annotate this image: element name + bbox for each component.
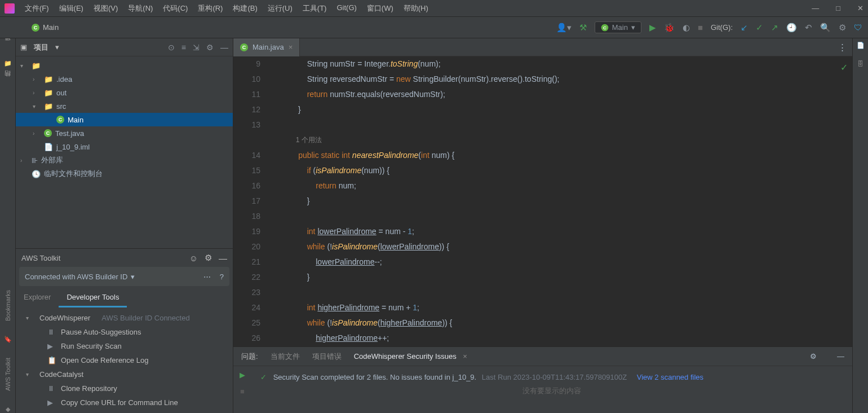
build-icon[interactable]: ⚒ [579, 23, 587, 33]
tree-item[interactable]: CMain [16, 113, 233, 126]
vcs-update-icon[interactable]: ↙ [741, 23, 748, 33]
project-panel-header: ▣ 项目 ▾ ⊙ ≡ ⇲ ⚙ — [16, 38, 233, 56]
gear-icon[interactable]: ⚙ [206, 43, 214, 52]
shield-icon[interactable]: 🛡 [854, 23, 862, 32]
aws-developer-tools-tree[interactable]: ▾CodeWhispererAWS Builder ID Connected⏸P… [16, 307, 233, 413]
tree-item[interactable]: ›📁.idea [16, 72, 233, 86]
debug-icon[interactable]: 🐞 [664, 23, 675, 33]
menu-item[interactable]: 编辑(E) [59, 3, 83, 14]
sidebar: ▣ 项目 ▾ ⊙ ≡ ⇲ ⚙ — ▾📁›📁.idea›📁out▾📁srcCMai… [16, 38, 233, 413]
gear-icon[interactable]: ⚙ [205, 253, 212, 263]
menu-item[interactable]: 导航(N) [128, 3, 153, 14]
aws-tab-explorer[interactable]: Explorer [16, 288, 59, 307]
close-icon[interactable]: × [463, 352, 467, 361]
stop-icon[interactable]: ■ [698, 23, 703, 32]
main-toolbar: C Main 👤▾ ⚒ C Main ▾ ▶ 🐞 ◐ ■ Git(G): ↙ ✓… [0, 17, 868, 38]
smiley-icon[interactable]: ☺ [189, 253, 198, 263]
aws-connection-select[interactable]: Connected with AWS Builder ID ▾ ⋯ ? [19, 267, 229, 286]
empty-state-text: 没有要显示的内容 [260, 386, 843, 396]
gear-icon[interactable]: ⚙ [810, 352, 817, 361]
search-icon[interactable]: 🔍 [820, 23, 831, 33]
aws-tabs: Explorer Developer Tools [16, 288, 233, 307]
class-icon: C [32, 24, 39, 32]
minimize-button[interactable]: — [812, 4, 819, 12]
menu-item[interactable]: 运行(U) [268, 3, 293, 14]
vcs-rollback-icon[interactable]: ↶ [805, 23, 812, 33]
close-button[interactable]: ✕ [857, 4, 863, 12]
menu-item[interactable]: 构建(B) [233, 3, 257, 14]
aws-tree-action[interactable]: ▶Copy Clone URL for Command Line [16, 396, 233, 410]
aws-tree-action[interactable]: ⏸Clone Repository [16, 381, 233, 396]
run-icon[interactable]: ▶ [649, 23, 656, 33]
menu-item[interactable]: 帮助(H) [404, 3, 428, 14]
project-tree[interactable]: ▾📁›📁.idea›📁out▾📁srcCMain›CTest.java📄j_10… [16, 56, 233, 248]
breadcrumb[interactable]: C Main [6, 23, 59, 32]
expand-icon[interactable]: ⇲ [193, 43, 200, 52]
user-icon[interactable]: 👤▾ [556, 23, 572, 33]
close-icon[interactable]: × [289, 43, 293, 51]
tree-item[interactable]: ▾📁src [16, 99, 233, 113]
hide-icon[interactable]: — [219, 253, 227, 263]
rail-project[interactable]: 项目 [2, 42, 13, 49]
left-tool-rail: 项目 📁 结构 Bookmarks 🔖 AWS Toolkit ◆ [0, 38, 16, 413]
tree-item[interactable]: ›⊪外部库 [16, 153, 233, 167]
vcs-history-icon[interactable]: 🕘 [786, 23, 797, 33]
stop-scan-icon[interactable]: ■ [240, 387, 245, 396]
vcs-commit-icon[interactable]: ✓ [756, 23, 763, 33]
aws-tree-group[interactable]: ▾CodeWhispererAWS Builder ID Connected [16, 311, 233, 325]
class-icon: C [601, 24, 608, 31]
app-icon [5, 3, 15, 14]
hide-icon[interactable]: — [837, 352, 844, 361]
maximize-button[interactable]: □ [836, 4, 840, 12]
settings-icon[interactable]: ⚙ [839, 23, 846, 33]
bookmark-icon[interactable]: 🔖 [4, 336, 12, 343]
menu-item[interactable]: 工具(T) [303, 3, 327, 14]
problems-tab-current[interactable]: 当前文件 [271, 352, 300, 362]
aws-tree-action[interactable]: ▶Run Security Scan [16, 339, 233, 353]
scan-result-row: ✓ Security Scan completed for 2 files. N… [260, 373, 843, 381]
vcs-push-icon[interactable]: ↗ [771, 23, 778, 33]
editor-area: C Main.java × ⋮ 910111213 14151617181920… [233, 38, 852, 413]
tree-item[interactable]: 📄j_10_9.iml [16, 140, 233, 153]
tab-menu-icon[interactable]: ⋮ [838, 42, 847, 52]
aws-icon[interactable]: ◆ [6, 406, 10, 413]
rail-structure[interactable]: 结构 [2, 78, 13, 85]
more-icon[interactable]: ⋯ [203, 273, 211, 281]
help-icon[interactable]: ? [220, 273, 224, 281]
line-gutter: 910111213 14151617181920212223242526 [233, 56, 267, 346]
aws-tree-group[interactable]: ▾CodeCatalyst [16, 367, 233, 381]
tree-item[interactable]: 🕓临时文件和控制台 [16, 167, 233, 181]
database-icon[interactable]: 🗄 [857, 60, 863, 67]
notifications-icon[interactable]: 📄 [857, 42, 865, 49]
tree-item[interactable]: ›CTest.java [16, 126, 233, 140]
menu-item[interactable]: Git(G) [336, 3, 356, 14]
tree-item[interactable]: ▾📁 [16, 59, 233, 72]
aws-tab-devtools[interactable]: Developer Tools [59, 288, 127, 307]
menu-item[interactable]: 窗口(W) [367, 3, 393, 14]
menu-item[interactable]: 视图(V) [94, 3, 118, 14]
locate-icon[interactable]: ⊙ [168, 43, 175, 52]
problems-tab-project[interactable]: 项目错误 [312, 352, 342, 362]
run-scan-icon[interactable]: ▶ [240, 371, 245, 379]
run-config-select[interactable]: C Main ▾ [595, 21, 641, 33]
breadcrumb-file: Main [43, 23, 59, 32]
rail-bookmarks[interactable]: Bookmarks [3, 287, 12, 324]
menu-item[interactable]: 文件(F) [25, 3, 49, 14]
tree-item[interactable]: ›📁out [16, 86, 233, 99]
coverage-icon[interactable]: ◐ [683, 23, 690, 33]
flatten-icon[interactable]: ≡ [181, 43, 186, 52]
folder-icon[interactable]: 📁 [4, 60, 12, 67]
inspections-ok-icon[interactable]: ✓ [840, 60, 848, 75]
chevron-down-icon: ▾ [631, 23, 635, 32]
menu-item[interactable]: 重构(R) [198, 3, 223, 14]
code-editor[interactable]: 910111213 14151617181920212223242526 Str… [233, 56, 852, 346]
editor-tab-main[interactable]: C Main.java × [233, 38, 300, 56]
hide-icon[interactable]: — [220, 43, 228, 52]
rail-aws[interactable]: AWS Toolkit [3, 354, 12, 394]
menu-item[interactable]: 代码(C) [163, 3, 188, 14]
view-scanned-files-link[interactable]: View 2 scanned files [637, 373, 703, 381]
aws-tree-action[interactable]: ⏸Pause Auto-Suggestions [16, 325, 233, 339]
problems-tab-codewhisperer[interactable]: CodeWhisperer Security Issues × [354, 352, 467, 361]
aws-tree-action[interactable]: 📋Open Code Reference Log [16, 353, 233, 367]
chevron-down-icon[interactable]: ▾ [55, 43, 59, 51]
